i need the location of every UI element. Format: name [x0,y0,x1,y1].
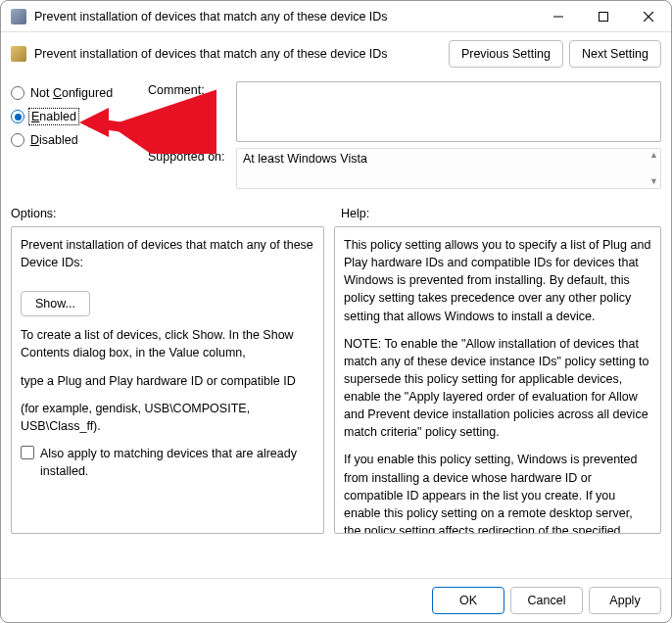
scroll-down-icon: ▼ [649,177,658,186]
cancel-button[interactable]: Cancel [510,587,583,614]
state-radio-group: Not Configured Enabled Disabled [11,81,148,193]
header-row: Prevent installation of devices that mat… [1,32,671,81]
options-heading: Options: [11,207,331,220]
options-heading-text: Prevent installation of devices that mat… [21,236,314,271]
options-hint-1: To create a list of devices, click Show.… [21,326,314,361]
next-setting-label: Next Setting [582,47,648,61]
help-heading: Help: [331,207,661,220]
ok-button[interactable]: OK [432,587,504,614]
help-paragraph: If you enable this policy setting, Windo… [344,451,651,534]
options-hint-2: type a Plug and Play hardware ID or comp… [21,372,314,390]
comment-input[interactable] [236,81,661,142]
cancel-button-label: Cancel [528,594,566,607]
radio-indicator [11,86,24,100]
apply-button-label: Apply [609,594,640,607]
checkbox-box [21,446,34,459]
radio-enabled[interactable]: Enabled [11,105,148,128]
previous-setting-label: Previous Setting [461,47,551,61]
supported-on-value-box: At least Windows Vista ▲ ▼ [236,148,661,189]
checkbox-label: Also apply to matching devices that are … [40,445,314,480]
policy-title: Prevent installation of devices that mat… [34,47,443,61]
radio-indicator [11,133,24,147]
footer-buttons: OK Cancel Apply [1,578,671,622]
policy-icon [11,46,26,62]
radio-label: Disabled [30,133,78,147]
close-button[interactable] [626,1,671,31]
comment-field-label: Comment: [148,81,236,142]
radio-disabled[interactable]: Disabled [11,128,148,152]
scroll-up-icon: ▲ [649,151,658,160]
help-panel: This policy setting allows you to specif… [334,226,661,534]
show-button[interactable]: Show... [21,291,90,316]
scrollbar[interactable]: ▲ ▼ [649,151,658,186]
window-icon [11,9,26,24]
ok-button-label: OK [459,594,477,607]
supported-on-value: At least Windows Vista [243,152,367,166]
window-controls [536,1,671,31]
radio-label: Not Configured [30,86,113,100]
options-panel: Prevent installation of devices that mat… [11,226,324,534]
also-apply-checkbox[interactable]: Also apply to matching devices that are … [21,445,314,480]
maximize-button[interactable] [581,1,626,31]
radio-not-configured[interactable]: Not Configured [11,81,148,105]
radio-label: Enabled [30,110,77,123]
minimize-button[interactable] [536,1,581,31]
window-title: Prevent installation of devices that mat… [34,10,536,24]
previous-setting-button[interactable]: Previous Setting [449,40,563,68]
next-setting-button[interactable]: Next Setting [569,40,661,68]
titlebar: Prevent installation of devices that mat… [1,1,671,32]
help-paragraph: NOTE: To enable the "Allow installation … [344,335,651,442]
supported-on-label: Supported on: [148,148,236,189]
radio-indicator [11,110,24,123]
apply-button[interactable]: Apply [589,587,661,614]
help-paragraph: This policy setting allows you to specif… [344,236,651,325]
svg-rect-1 [600,12,608,21]
options-hint-3: (for example, gendisk, USB\COMPOSITE, US… [21,400,314,435]
show-button-label: Show... [35,297,75,311]
